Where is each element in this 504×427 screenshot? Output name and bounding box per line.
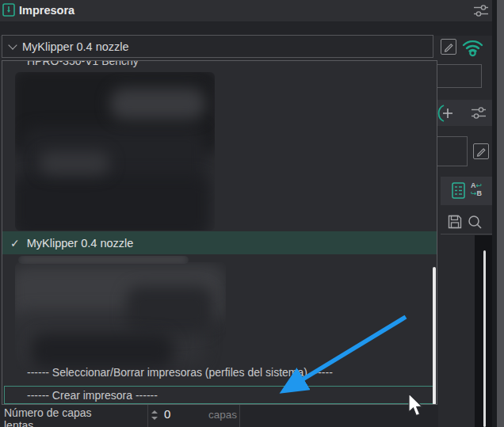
redacted-profiles-block: [15, 262, 226, 370]
compare-b-label: B: [477, 189, 483, 197]
filament-search-box-fragment[interactable]: [434, 64, 482, 88]
add-filament-icon[interactable]: [437, 104, 458, 123]
slow-layers-value[interactable]: 0: [164, 407, 170, 421]
header-gap: [0, 21, 492, 36]
slow-layers-label-line1: Número de capas: [4, 406, 92, 419]
filament-section-row: [434, 100, 492, 126]
filament-tune-icon[interactable]: [472, 106, 486, 120]
preset-list-icon[interactable]: [452, 182, 465, 199]
save-preset-icon[interactable]: [448, 215, 462, 229]
printer-preset-value: MyKlipper 0.4 nozzle: [22, 40, 129, 53]
create-printer-label: ------ Crear impresora ------: [27, 389, 158, 402]
dropdown-scrollbar-thumb[interactable]: [433, 267, 436, 405]
compare-arrow-down-icon: ↪: [471, 189, 477, 197]
wifi-connection-icon[interactable]: [461, 36, 484, 57]
compare-arrow-up-icon: ↩: [476, 181, 483, 189]
section-title: Impresora: [19, 4, 74, 17]
dropdown-item-clipped[interactable]: HPRO-350-V1 Benchy: [27, 60, 139, 67]
slow-layers-unit: capas: [208, 409, 237, 421]
right-panel-divider: [441, 234, 492, 234]
slow-layers-row: Número de capas lentas 0 capas: [0, 405, 438, 427]
compare-presets-icon[interactable]: A↩ ↪B: [471, 181, 482, 197]
tune-settings-icon[interactable]: [474, 4, 488, 17]
spinner-up-button[interactable]: [151, 410, 158, 414]
printer-preset-dropdown: HPRO-350-V1 Benchy ✓ MyKlipper 0.4 nozzl…: [2, 60, 437, 405]
dropdown-item-selected[interactable]: ✓ MyKlipper 0.4 nozzle: [2, 231, 437, 254]
printer-icon: [2, 3, 16, 17]
spinner-down-button[interactable]: [151, 417, 158, 420]
search-settings-icon[interactable]: [468, 215, 483, 230]
viewport-edge-strip: [497, 0, 504, 427]
selected-item-label: MyKlipper 0.4 nozzle: [27, 237, 134, 250]
edit-filament-preset-button[interactable]: [473, 143, 489, 159]
redacted-profiles-block: [15, 72, 215, 231]
dropdown-item-system-profiles[interactable]: ------ Seleccionar/Borrar impresoras (pe…: [27, 366, 333, 379]
printer-section-header: Impresora: [0, 0, 492, 21]
empty-cell: [240, 405, 438, 427]
filament-combobox-fragment[interactable]: [434, 136, 468, 166]
chevron-down-icon: [8, 40, 17, 49]
pencil-icon: [475, 146, 487, 157]
slow-layers-label-line2: lentas: [4, 419, 33, 427]
pencil-icon: [443, 41, 454, 52]
settings-scrollbar-thumb[interactable]: [483, 250, 486, 427]
printer-preset-combobox[interactable]: MyKlipper 0.4 nozzle: [2, 35, 433, 58]
dropdown-item-create-printer[interactable]: ------ Crear impresora ------: [4, 386, 434, 404]
field-divider: [147, 405, 148, 427]
check-icon: ✓: [10, 237, 20, 250]
settings-view-tabs: A↩ ↪B: [441, 177, 492, 205]
edit-printer-preset-button[interactable]: [441, 39, 456, 55]
